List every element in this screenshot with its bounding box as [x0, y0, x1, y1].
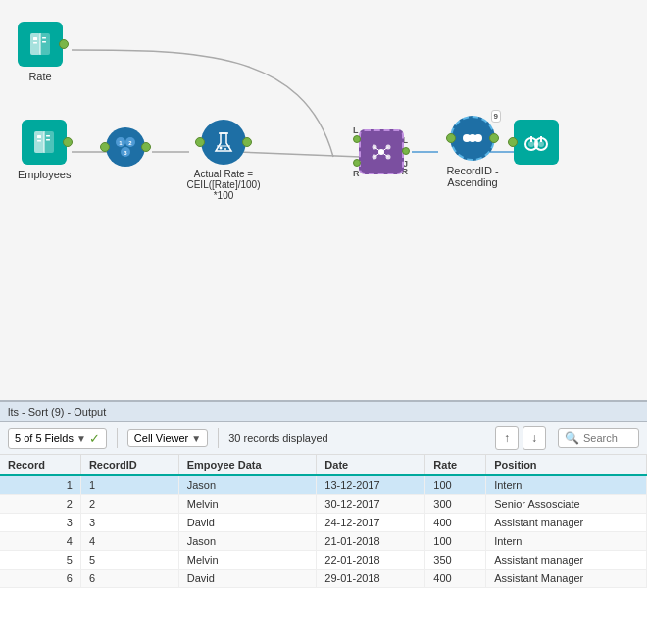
binoculars-svg — [523, 128, 550, 156]
cell-employee: Melvin — [178, 551, 317, 570]
num-svg: 1 2 3 — [114, 135, 137, 159]
svg-rect-13 — [34, 131, 44, 153]
sort-node[interactable]: 9 RecordID -Ascending — [433, 116, 512, 188]
cell-rate: 400 — [425, 514, 486, 532]
svg-rect-16 — [37, 140, 41, 142]
svg-point-38 — [469, 134, 476, 142]
cell-recordid: 6 — [80, 570, 178, 588]
browse-left-connector — [508, 137, 518, 147]
svg-rect-9 — [33, 42, 37, 44]
select-node[interactable]: 1 2 3 — [106, 127, 145, 167]
cell-recordid: 5 — [80, 551, 178, 570]
rate-output-connector — [59, 39, 69, 49]
viewer-button[interactable]: Cell Viewer ▼ — [127, 429, 208, 447]
cell-employee: David — [178, 570, 317, 588]
cell-employee: David — [178, 514, 317, 532]
cell-rate: 100 — [425, 475, 486, 495]
table-header: Record RecordID Empoyee Data Date Rate P… — [0, 455, 647, 475]
cell-date: 24-12-2017 — [317, 514, 425, 532]
svg-rect-41 — [534, 141, 538, 147]
svg-rect-6 — [30, 33, 40, 55]
browse-node[interactable] — [514, 120, 559, 165]
cell-rate: 100 — [425, 532, 486, 551]
cell-recordid: 3 — [80, 514, 178, 532]
fields-label: 5 of 5 Fields — [15, 432, 74, 444]
table-container[interactable]: Record RecordID Empoyee Data Date Rate P… — [0, 455, 647, 644]
cell-date: 29-01-2018 — [317, 570, 425, 588]
formula-icon — [201, 120, 246, 165]
book-svg — [26, 30, 54, 58]
cell-date: 21-01-2018 — [317, 532, 425, 551]
dots-svg — [459, 124, 486, 152]
cell-rate: 350 — [425, 551, 486, 570]
table-row[interactable]: 2 2 Melvin 30-12-2017 300 Senior Assosci… — [0, 495, 647, 514]
employees-output-connector — [63, 137, 73, 147]
sort-right-connector — [489, 133, 499, 143]
table-row[interactable]: 3 3 David 24-12-2017 400 Assistant manag… — [0, 514, 647, 532]
browse-icon — [514, 120, 559, 165]
cell-position: Senior Assosciate — [486, 495, 647, 514]
cell-record: 5 — [0, 551, 80, 570]
cell-date: 22-01-2018 — [317, 551, 425, 570]
svg-rect-18 — [46, 139, 50, 141]
toolbar: 5 of 5 Fields ▼ ✓ Cell Viewer ▼ 30 recor… — [0, 422, 647, 455]
scroll-up-button[interactable]: ↑ — [495, 426, 519, 450]
join-icon — [359, 129, 404, 174]
cell-recordid: 1 — [80, 475, 178, 495]
scroll-down-button[interactable]: ↓ — [523, 426, 546, 450]
svg-rect-10 — [42, 37, 46, 39]
fields-dropdown-arrow: ▼ — [76, 433, 86, 444]
join-left-bottom-connector — [353, 159, 361, 167]
cell-recordid: 4 — [80, 532, 178, 551]
col-employee: Empoyee Data — [178, 455, 317, 475]
cell-date: 30-12-2017 — [317, 495, 425, 514]
svg-rect-8 — [33, 37, 37, 40]
cell-position: Intern — [486, 532, 647, 551]
cell-date: 13-12-2017 — [317, 475, 425, 495]
formula-node[interactable]: Actual Rate =CEIL([Rate]/100)*100 — [184, 120, 263, 201]
col-date: Date — [317, 455, 425, 475]
search-input[interactable] — [583, 432, 632, 444]
sort-badge: 9 — [491, 110, 501, 123]
svg-rect-44 — [530, 136, 532, 142]
rate-label: Rate — [28, 71, 51, 82]
employees-book-icon — [22, 120, 67, 165]
table-row[interactable]: 6 6 David 29-01-2018 400 Assistant Manag… — [0, 570, 647, 588]
col-recordid: RecordID — [80, 455, 178, 475]
data-table: Record RecordID Empoyee Data Date Rate P… — [0, 455, 647, 588]
svg-rect-15 — [37, 135, 41, 138]
cell-rate: 400 — [425, 570, 486, 588]
fields-button[interactable]: 5 of 5 Fields ▼ ✓ — [8, 428, 107, 449]
cell-employee: Jason — [178, 532, 317, 551]
formula-right-connector — [242, 137, 252, 147]
viewer-dropdown-arrow: ▼ — [191, 433, 201, 444]
table-row[interactable]: 4 4 Jason 21-01-2018 100 Intern — [0, 532, 647, 551]
cell-rate: 300 — [425, 495, 486, 514]
formula-left-connector — [195, 137, 205, 147]
cell-position: Assistant manager — [486, 551, 647, 570]
search-box[interactable]: 🔍 — [558, 428, 639, 448]
join-node[interactable]: L R L J R — [351, 127, 408, 176]
sort-icon: 9 — [450, 116, 495, 161]
cell-employee: Melvin — [178, 495, 317, 514]
rate-node[interactable]: Rate — [18, 22, 63, 82]
svg-point-25 — [220, 147, 223, 150]
sort-left-connector — [446, 133, 456, 143]
join-l-label: L — [353, 125, 359, 135]
join-svg — [369, 139, 394, 165]
col-record: Record — [0, 455, 80, 475]
nav-arrows: ↑ ↓ — [495, 426, 546, 450]
canvas-connections — [0, 0, 647, 400]
select-right-connector — [141, 142, 151, 152]
viewer-label: Cell Viewer — [134, 432, 188, 444]
table-row[interactable]: 1 1 Jason 13-12-2017 100 Intern — [0, 475, 647, 495]
search-icon: 🔍 — [565, 431, 579, 445]
rate-book-icon — [18, 22, 63, 67]
table-row[interactable]: 5 5 Melvin 22-01-2018 350 Assistant mana… — [0, 551, 647, 570]
toolbar-separator-2 — [218, 428, 219, 448]
svg-rect-17 — [46, 135, 50, 137]
employees-node[interactable]: Employees — [18, 120, 71, 180]
checkmark-icon: ✓ — [89, 431, 100, 446]
cell-recordid: 2 — [80, 495, 178, 514]
cell-record: 2 — [0, 495, 80, 514]
